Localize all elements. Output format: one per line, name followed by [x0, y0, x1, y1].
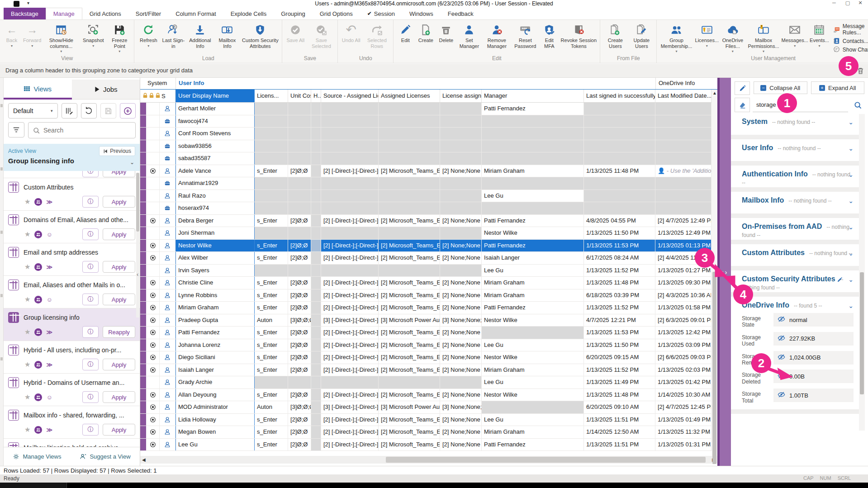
eye-slash-icon[interactable] [778, 334, 785, 343]
table-row[interactable]: Joni ShermanNestor Wilke1/13/2025 11:50 … [140, 227, 717, 240]
view-list-item[interactable]: Hybrid - Domains of Username an...★☺ⓘApp… [4, 374, 140, 406]
undo-views-button[interactable] [81, 103, 97, 118]
pencil-icon[interactable] [837, 276, 843, 284]
manage-views-button[interactable]: Manage Views [13, 453, 61, 460]
table-row[interactable]: Lynne Robbinss_Enter[2]Ø;Ø[2] [-Direct-]… [140, 289, 717, 302]
view-list-item[interactable]: Mailbox info - shared, forwarding, ...★≫… [4, 406, 140, 439]
group-header-onedrive-info[interactable]: OneDrive Info [655, 78, 711, 89]
table-row[interactable]: Irvin SayersLee Gu1/13/2025 11:52 PM1/13… [140, 265, 717, 277]
storage-field-value[interactable]: 1,024.00GB [773, 351, 854, 365]
collapsed-panel-rail[interactable] [0, 78, 4, 466]
group-header-user-info[interactable]: User Info [175, 78, 655, 89]
chevron-down-icon[interactable]: ⌄ [848, 250, 854, 257]
details-search-input[interactable]: storage [753, 98, 848, 112]
ribbon-button-freeze-point[interactable]: Freeze Point▾ [107, 21, 132, 55]
column-header-licens-[interactable]: Licens... [255, 90, 288, 102]
table-row[interactable]: Johanna Lorenzs_Enter[2]Ø;Ø[2] [-Direct-… [140, 339, 717, 352]
table-row[interactable]: hoserax974 [140, 202, 717, 215]
grouping-zone[interactable]: Drag a column header to this grouping zo… [0, 64, 868, 78]
column-header-last-modified-date-[interactable]: Last Modified Date... [655, 90, 711, 102]
ribbon-button-events-[interactable]: Events...▾ [808, 21, 830, 55]
table-row[interactable]: Miriam Grahams_Enter[2]Ø;Ø[2] [-Direct-]… [140, 302, 717, 314]
minimize-button[interactable]: ─ [827, 0, 841, 7]
reapply-button[interactable]: Reapply [103, 326, 135, 338]
ribbon-button-message-rules-[interactable]: Message Rules...▾ [833, 23, 868, 36]
favorite-star-icon[interactable]: ★ [24, 263, 30, 271]
suggest-view-button[interactable]: Suggest a View [80, 453, 130, 460]
ribbon-button-last-sign-in[interactable]: Last Sign-in [161, 21, 186, 55]
column-header-manager[interactable]: Manager [482, 90, 584, 102]
view-list-item[interactable]: Email, Aliases and other Mails in o...★☺… [4, 276, 140, 308]
storage-field-value[interactable]: 227.92KB [773, 332, 854, 346]
favorite-star-icon[interactable]: ★ [24, 328, 30, 336]
column-header-license-assign-[interactable]: License assign... [440, 90, 482, 102]
ribbon-button-show-hide-columns-[interactable]: Show/Hide columns...▾ [43, 21, 80, 55]
group-header-system[interactable]: System [140, 78, 175, 89]
grid-horizontal-scrollbar[interactable]: ◀ ▶ [140, 456, 717, 464]
details-scroll-thumb[interactable] [860, 272, 864, 394]
ribbon-button-create-users[interactable]: Create Users [602, 21, 628, 55]
edit-details-button[interactable] [735, 81, 750, 95]
tab-grid-options[interactable]: Grid Options [313, 8, 360, 19]
ribbon-button-contacts-[interactable]: Contacts...▾ [833, 38, 868, 44]
table-row[interactable]: Christie Clines_Enter[2]Ø;Ø[2] [-Direct-… [140, 277, 717, 289]
table-row[interactable]: Patti Fernandezs_Enter[2]Ø;Ø[2] [-Direct… [140, 327, 717, 339]
table-row[interactable]: Alex Wilbers_Enter[2]Ø;Ø[2] [-Direct-];[… [140, 252, 717, 265]
ribbon-button-mailbox-info[interactable]: Mailbox Info [214, 21, 240, 55]
ribbon-button-create[interactable]: Create [415, 21, 436, 55]
column-header-assigned-licenses[interactable]: Assigned Licenses [379, 90, 440, 102]
view-list-item[interactable]: Email and smtp addresses★≫ⓘApply [4, 243, 140, 276]
eye-slash-icon[interactable] [778, 372, 785, 381]
table-row[interactable]: Isaiah Langers_Enter[2]Ø;Ø[2] [-Direct-]… [140, 364, 717, 377]
table-row[interactable]: Nestor Wilkes_Enter[2]Ø;Ø[2] [-Direct-];… [140, 240, 717, 252]
ribbon-button-additional-info[interactable]: Additional Info [186, 21, 214, 55]
eye-slash-icon[interactable] [778, 353, 785, 362]
table-row[interactable]: Allan Deyoungs_Enter[2]Ø;Ø[2] [-Direct-]… [140, 389, 717, 402]
ribbon-button-refresh[interactable]: Refresh▾ [136, 21, 161, 55]
ribbon-button-mailbox-permissions-[interactable]: Mailbox Permissions...▾ [746, 21, 781, 55]
scroll-left-icon[interactable]: ◀ [142, 457, 146, 462]
tab-manage[interactable]: Manage [46, 8, 82, 19]
splitter-left-icon[interactable]: ‹ [721, 268, 724, 276]
ribbon-button-show-chats-[interactable]: Show Chats...▾ [833, 46, 868, 53]
eye-slash-icon[interactable] [778, 315, 785, 324]
apply-button[interactable]: Apply [103, 261, 135, 273]
table-row[interactable]: Conf Room Stevens [140, 128, 717, 140]
table-row[interactable]: MOD AdministratorAuton[3]Ø;Ø;Ø[3] [-Dire… [140, 401, 717, 414]
tab-grid-actions[interactable]: Grid Actions [82, 8, 128, 19]
ribbon-button-reset-password[interactable]: ***Reset Password [511, 21, 539, 55]
favorite-star-icon[interactable]: ★ [24, 360, 30, 369]
scroll-up-icon[interactable]: ▲ [712, 90, 717, 95]
apply-button[interactable]: Apply [103, 196, 135, 208]
table-row[interactable]: sobaw93856 [140, 140, 717, 153]
chevron-down-icon[interactable]: ⌄ [848, 302, 854, 309]
details-scrollbar[interactable] [859, 114, 865, 431]
ribbon-button-remove-manager[interactable]: Remove Manager [482, 21, 511, 55]
chevron-down-icon[interactable]: ⌄ [848, 145, 854, 152]
chevron-down-icon[interactable]: ⌄ [848, 197, 854, 204]
table-row[interactable]: Debra Bergers_Enter[2]Ø;Ø[2] [-Direct-];… [140, 215, 717, 227]
ribbon-button-custom-security-attributes[interactable]: Custom Security Attributes [240, 21, 280, 55]
maximize-button[interactable]: ▢ [841, 0, 854, 7]
column-header-last-signed-in-successfully-[interactable]: Last signed in successfully... [584, 90, 655, 102]
ribbon-button-messages-[interactable]: Messages...▾ [781, 21, 808, 55]
grid-vertical-scrollbar[interactable]: ▲ [711, 90, 717, 456]
info-button[interactable]: ⓘ [82, 294, 99, 305]
chevron-down-icon[interactable]: ⌄ [130, 159, 134, 166]
table-row[interactable]: Adele Vances_Enter[2]Ø;Ø[2] [-Direct-];[… [140, 165, 717, 178]
storage-field-value[interactable]: 1.00TB [773, 389, 854, 402]
view-list-scrollbar[interactable] [136, 173, 139, 317]
hscroll-thumb[interactable] [386, 457, 706, 463]
tab-feedback[interactable]: Feedback [441, 8, 481, 19]
tab-backstage[interactable]: Backstage [4, 8, 46, 19]
tab-jobs[interactable]: Jobs [72, 80, 140, 99]
favorite-star-icon[interactable]: ★ [24, 295, 30, 303]
table-row[interactable]: sabad35587 [140, 152, 717, 165]
table-row[interactable]: Gerhart MollerPatti Fernandez [140, 103, 717, 115]
tab-session[interactable]: ✔Session [360, 8, 402, 19]
ribbon-button-set-manager[interactable]: Set Manager [456, 21, 482, 55]
column-header-h-[interactable]: H... [311, 90, 321, 102]
table-row[interactable]: fawocoj474 [140, 115, 717, 128]
favorite-star-icon[interactable]: ★ [24, 426, 30, 434]
column-header-user-display-name[interactable]: User Display Name [175, 90, 255, 102]
